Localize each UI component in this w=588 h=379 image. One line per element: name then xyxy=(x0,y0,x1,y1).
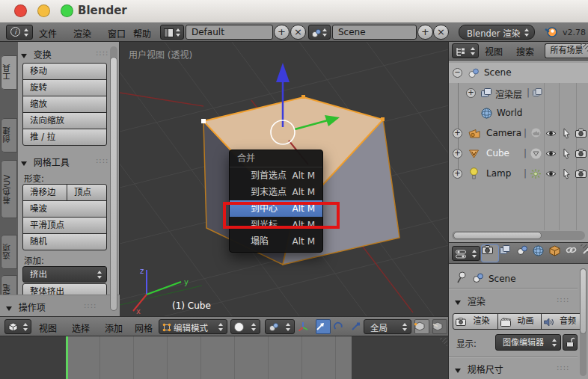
scale-button[interactable]: 缩放 xyxy=(22,96,107,113)
operator-panel-header[interactable]: 操作项 xyxy=(6,301,46,313)
outliner-search-menu[interactable]: 搜索 xyxy=(516,45,534,58)
current-frame-marker[interactable] xyxy=(66,336,68,379)
add-menu[interactable]: 添加 xyxy=(105,321,123,334)
edge-slide-button[interactable]: 滑移边 xyxy=(22,184,67,201)
outliner-row-renderlayers[interactable]: + 渲染层 | xyxy=(449,83,588,103)
screen-layout-browse-button[interactable] xyxy=(160,25,184,40)
scene-browse-button[interactable] xyxy=(308,25,331,40)
manipulator-axes-toggle[interactable] xyxy=(298,319,313,334)
render-still-button[interactable]: 渲染 xyxy=(453,313,498,330)
tab-world[interactable] xyxy=(533,245,549,262)
manipulator-z-arrowhead[interactable] xyxy=(276,63,290,82)
render-toggle-camera-icon[interactable] xyxy=(575,129,587,138)
lamp-data-icon[interactable] xyxy=(530,168,542,179)
editor-type-info-button[interactable]: i xyxy=(6,25,33,40)
render-layer-data-icon[interactable] xyxy=(533,88,542,97)
selectable-toggle-cursor-icon[interactable] xyxy=(563,168,571,179)
outliner-row-scene[interactable]: − Scene xyxy=(449,63,588,83)
tab-render[interactable] xyxy=(482,245,498,262)
outliner-row-lamp[interactable]: + Lamp | xyxy=(449,164,588,184)
menu-item-at-first[interactable]: 到首选点 Alt M xyxy=(230,167,322,184)
transform-orientation-select[interactable]: 全局 xyxy=(364,319,411,334)
display-mode-select[interactable]: 图像编辑器 xyxy=(495,334,561,351)
tab-tools[interactable]: 工具 xyxy=(1,55,17,90)
menu-file[interactable]: 文件 xyxy=(39,27,57,40)
noise-button[interactable]: 噪波 xyxy=(22,200,107,218)
outliner-view-menu[interactable]: 视图 xyxy=(485,45,503,58)
pivot-point-select[interactable] xyxy=(265,319,295,334)
selectable-toggle-cursor-icon[interactable] xyxy=(563,128,571,139)
hide-toggle-eye-icon[interactable] xyxy=(545,170,557,178)
menu-help[interactable]: 帮助 xyxy=(133,27,151,40)
outliner-scrollbar-thumb[interactable] xyxy=(453,232,542,239)
render-engine-select[interactable]: Blender 渲染 xyxy=(459,25,535,40)
editor-type-3dview-button[interactable] xyxy=(4,319,31,334)
expand-toggle[interactable]: + xyxy=(453,149,462,158)
expand-toggle[interactable]: + xyxy=(466,88,476,98)
menu-item-collapse[interactable]: 塌陷 Alt M xyxy=(230,233,322,250)
render-audio-button[interactable]: 音频 xyxy=(541,313,584,330)
editor-type-properties-button[interactable] xyxy=(452,246,480,261)
mode-select[interactable]: 编辑模式 xyxy=(159,319,227,334)
region-divider[interactable] xyxy=(449,242,588,243)
hide-toggle-eye-icon[interactable] xyxy=(545,150,557,158)
selectable-toggle-cursor-icon[interactable] xyxy=(563,148,571,159)
tab-shading-uv[interactable]: 着色/UV xyxy=(1,160,17,218)
dimensions-panel-header[interactable]: 规格尺寸 xyxy=(455,363,503,375)
screen-layout-name-field[interactable]: Default xyxy=(186,25,273,40)
hide-toggle-eye-icon[interactable] xyxy=(545,129,557,138)
lock-interface-button[interactable] xyxy=(563,334,578,351)
menu-window[interactable]: 窗口 xyxy=(108,27,126,40)
expand-toggle[interactable]: + xyxy=(453,169,462,179)
tab-object[interactable] xyxy=(549,245,566,262)
push-pull-button[interactable]: 推 / 拉 xyxy=(22,129,107,146)
tool-shelf-scrollbar[interactable] xyxy=(110,46,117,311)
editor-type-outliner-button[interactable] xyxy=(452,43,479,58)
region-divider[interactable] xyxy=(448,42,449,379)
outliner-row-cube[interactable]: + Cube | xyxy=(449,144,588,164)
properties-scrollbar-thumb[interactable] xyxy=(580,268,587,334)
minimize-window-button[interactable] xyxy=(37,4,50,17)
menu-render[interactable]: 渲染 xyxy=(73,27,91,40)
mesh-data-icon[interactable] xyxy=(530,148,542,159)
tab-options[interactable]: 选项 xyxy=(1,235,17,269)
outliner-row-camera[interactable]: + Camera | xyxy=(449,123,588,144)
tab-create[interactable]: 创建 xyxy=(1,118,17,152)
collapse-toggle[interactable]: − xyxy=(453,68,462,78)
rotate-button[interactable]: 旋转 xyxy=(22,79,107,96)
tool-shelf-scrollbar-thumb[interactable] xyxy=(110,57,117,311)
shrink-fatten-button[interactable]: 法向缩放 xyxy=(22,112,107,129)
properties-scrollbar[interactable] xyxy=(580,268,587,376)
tab-render-layers[interactable] xyxy=(500,245,516,262)
tab-constraints[interactable] xyxy=(566,245,582,262)
render-animation-button[interactable]: 动画 xyxy=(497,313,542,330)
randomize-button[interactable]: 随机 xyxy=(22,233,107,250)
maximize-window-button[interactable] xyxy=(61,4,73,17)
transform-panel-header[interactable]: 变换 xyxy=(21,48,52,61)
vertex-dot[interactable] xyxy=(381,117,385,121)
select-menu[interactable]: 选择 xyxy=(72,321,90,334)
render-panel-header[interactable]: 渲染 xyxy=(455,295,486,307)
vertex-dot[interactable] xyxy=(301,95,305,99)
view-menu[interactable]: 视图 xyxy=(39,321,57,334)
edge-select-mode-button[interactable] xyxy=(432,319,447,334)
render-toggle-camera-icon[interactable] xyxy=(575,169,587,178)
smooth-vertex-button[interactable]: 平滑顶点 xyxy=(22,217,107,234)
add-scene-button[interactable]: + xyxy=(417,25,433,40)
close-window-button[interactable] xyxy=(14,4,27,17)
manipulator-translate-toggle[interactable] xyxy=(316,319,331,334)
tab-scene[interactable] xyxy=(516,245,533,262)
timeline[interactable] xyxy=(0,336,449,379)
viewport-3d[interactable]: z y x 用户视图 (透视) (1) Cube 合并 到首选点 Alt M 到… xyxy=(120,42,449,316)
translate-button[interactable]: 移动 xyxy=(22,63,107,80)
add-layout-button[interactable]: + xyxy=(274,25,290,40)
outliner-scrollbar[interactable] xyxy=(452,231,585,240)
expand-toggle[interactable]: + xyxy=(453,129,462,138)
manipulator-rotate-toggle[interactable] xyxy=(334,319,349,334)
menu-item-at-last[interactable]: 到末选点 Alt M xyxy=(230,184,322,200)
meshtools-panel-header[interactable]: 网格工具 xyxy=(21,155,70,168)
delete-scene-button[interactable]: × xyxy=(433,25,449,40)
extrude-select[interactable]: 挤出 xyxy=(22,266,107,283)
vertex-slide-button[interactable]: 顶点 xyxy=(67,184,107,201)
delete-layout-button[interactable]: × xyxy=(290,25,306,40)
